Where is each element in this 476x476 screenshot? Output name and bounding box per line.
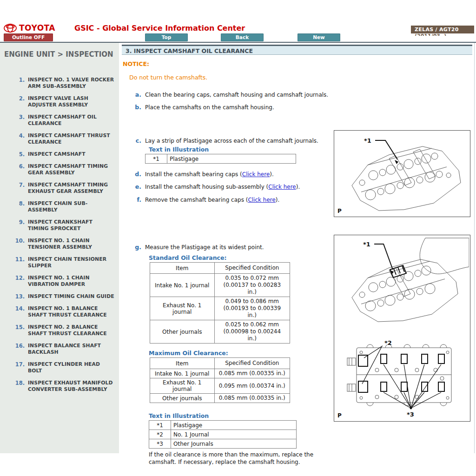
sidebar-item-17[interactable]: 17.INSPECT CYLINDER HEAD BOLT [0, 361, 119, 374]
column-header-condition: Specified Condition [214, 263, 290, 274]
sidebar-item-1[interactable]: 1.INSPECT NO. 1 VALVE ROCKER ARM SUB-ASS… [0, 77, 119, 90]
click-here-link-housing-install[interactable]: Click here [268, 184, 296, 190]
sidebar-item-16[interactable]: 16.INSPECT BALANCE SHAFT BACKLASH [0, 343, 119, 356]
toc-label: INSPECT VALVE LASH ADJUSTER ASSEMBLY [28, 95, 114, 108]
toc-number: 7. [0, 182, 28, 195]
toc-number: 1. [0, 77, 28, 90]
top-button[interactable]: Top [145, 33, 188, 41]
step-text-post: ). [296, 184, 300, 190]
illustration-legend-table-2: *1 Plastigage *2 No. 1 Journal *3 Other … [149, 420, 297, 449]
cell-item: Other journals [150, 320, 215, 344]
legend-value: No. 1 Journal [171, 430, 297, 439]
cell-item: Exhaust No. 1 journal [150, 297, 215, 320]
toc-label: INSPECT NO. 1 BALANCE SHAFT THRUST CLEAR… [28, 305, 114, 318]
engine-line-art: *1 P [334, 131, 469, 216]
new-button[interactable]: New [298, 33, 340, 41]
toc-label: INSPECT TIMING CHAIN GUIDE [28, 293, 114, 300]
callout-3-label: *3 [407, 411, 414, 418]
outline-off-button[interactable]: Outline OFF [4, 33, 53, 41]
toc-number: 9. [0, 219, 28, 232]
step-text: Install the camshaft housing sub-assembl… [145, 183, 354, 191]
toc-number: 6. [0, 163, 28, 176]
sidebar-item-12[interactable]: 12.INSPECT NO. 1 CHAIN VIBRATION DAMPER [0, 275, 119, 288]
cell-item: Other journals [150, 394, 215, 403]
toc-label: INSPECT CAMSHAFT TIMING EXHAUST GEAR ASS… [28, 182, 114, 195]
toc-label: INSPECT CAMSHAFT THRUST CLEARANCE [28, 132, 114, 145]
toc-number: 12. [0, 275, 28, 288]
section-title: 3. INSPECT CAMSHAFT OIL CLEARANCE [122, 45, 472, 55]
toc-label: INSPECT CAMSHAFT OIL CLEARANCE [28, 114, 114, 127]
legend-key: *1 [149, 421, 171, 430]
toc-sidebar: ENGINE UNIT > INSPECTION 1.INSPECT NO. 1… [0, 43, 119, 453]
toc-label: INSPECT CHAIN SUB-ASSEMBLY [28, 200, 114, 213]
step-text-pre: Remove the camshaft bearing caps ( [145, 197, 248, 203]
table-row: Exhaust No. 1 journal 0.095 mm (0.00374 … [150, 378, 290, 394]
table-row: Intake No. 1 journal 0.035 to 0.072 mm (… [150, 274, 290, 297]
toc-label: INSPECT CAMSHAFT [28, 151, 114, 158]
figure-camshaft-plastigage-lay[interactable]: *1 P [334, 130, 470, 217]
figure-p-mark: P [337, 412, 342, 419]
sidebar-item-8[interactable]: 8.INSPECT CHAIN SUB-ASSEMBLY [0, 200, 119, 213]
step-letter: a. [122, 91, 145, 99]
toc-number: 3. [0, 114, 28, 127]
sidebar-item-4[interactable]: 4.INSPECT CAMSHAFT THRUST CLEARANCE [0, 132, 119, 145]
toyota-logo: TOYOTA [4, 23, 55, 33]
sidebar-item-11[interactable]: 11.INSPECT CHAIN TENSIONER SLIPPER [0, 256, 119, 269]
legend-key: *2 [149, 430, 171, 439]
engine-line-art: *1 [334, 235, 469, 420]
toc-label: INSPECT CHAIN TENSIONER SLIPPER [28, 256, 114, 269]
table-row: Exhaust No. 1 journal 0.049 to 0.086 mm … [150, 297, 290, 320]
toc-number: 13. [0, 293, 28, 300]
cell-condition: 0.025 to 0.062 mm (0.00098 to 0.00244 in… [214, 320, 290, 344]
toc-number: 18. [0, 380, 28, 393]
step-b: b. Place the camshafts on the camshaft h… [122, 104, 472, 111]
toc-number: 10. [0, 238, 28, 251]
table-row: Other journals 0.025 to 0.062 mm (0.0009… [150, 320, 290, 344]
toc-number: 16. [0, 343, 28, 356]
sidebar-item-7[interactable]: 7.INSPECT CAMSHAFT TIMING EXHAUST GEAR A… [0, 182, 119, 195]
table-row: *3 Other Journals [149, 439, 297, 449]
figure-camshaft-plastigage-measure[interactable]: *1 [334, 235, 470, 422]
sidebar-item-3[interactable]: 3.INSPECT CAMSHAFT OIL CLEARANCE [0, 114, 119, 127]
replacement-note: If the oil clearance is more than the ma… [149, 451, 326, 466]
callout-1-label: *1 [364, 137, 371, 144]
sidebar-item-2[interactable]: 2.INSPECT VALVE LASH ADJUSTER ASSEMBLY [0, 95, 119, 108]
toc-label: INSPECT CAMSHAFT TIMING GEAR ASSEMBLY [28, 163, 114, 176]
illustration-legend-table-1: *1 Plastigage [145, 154, 296, 164]
column-header-item: Item [150, 358, 215, 369]
step-text: Install the camshaft bearing caps (Click… [145, 171, 354, 178]
callout-2-label: *2 [384, 339, 392, 346]
sidebar-item-6[interactable]: 6.INSPECT CAMSHAFT TIMING GEAR ASSEMBLY [0, 163, 119, 176]
app-title: GSIC - Global Service Information Center [74, 24, 245, 33]
back-button[interactable]: Back [221, 33, 264, 41]
click-here-link-bearing-caps-install[interactable]: Click here [242, 171, 270, 178]
step-text: Place the camshafts on the camshaft hous… [145, 104, 354, 111]
column-header-condition: Specified Condition [214, 358, 290, 369]
sidebar-item-13[interactable]: 13.INSPECT TIMING CHAIN GUIDE [0, 293, 119, 300]
step-letter: f. [122, 196, 145, 204]
legend-key: *1 [145, 154, 167, 164]
toc-number: 8. [0, 200, 28, 213]
step-text: Clean the bearing caps, camshaft housing… [145, 91, 354, 99]
sidebar-item-9[interactable]: 9.INSPECT CRANKSHAFT TIMING SPROCKET [0, 219, 119, 232]
legend-value: Plastigage [167, 154, 296, 164]
step-text: Lay a strip of Plastigage across each of… [145, 137, 354, 145]
legend-value: Other Journals [171, 439, 297, 449]
table-header-row: Item Specified Condition [150, 358, 290, 369]
sidebar-item-5[interactable]: 5.INSPECT CAMSHAFT [0, 151, 119, 158]
step-text: Measure the Plastigage at its widest poi… [145, 244, 354, 251]
cell-item: Intake No. 1 journal [150, 274, 215, 297]
cell-item: Exhaust No. 1 journal [150, 378, 215, 394]
sidebar-item-10[interactable]: 10.INSPECT NO. 1 CHAIN TENSIONER ASSEMBL… [0, 238, 119, 251]
step-a: a. Clean the bearing caps, camshaft hous… [122, 91, 472, 99]
table-row: *1 Plastigage [145, 154, 296, 164]
sidebar-item-14[interactable]: 14.INSPECT NO. 1 BALANCE SHAFT THRUST CL… [0, 305, 119, 318]
column-header-item: Item [150, 263, 215, 274]
toc-number: 4. [0, 132, 28, 145]
sidebar-item-18[interactable]: 18.INSPECT EXHAUST MANIFOLD CONVERTER SU… [0, 380, 119, 393]
table-row: Intake No. 1 journal 0.085 mm (0.00335 i… [150, 369, 290, 378]
click-here-link-bearing-caps-remove[interactable]: Click here [248, 197, 275, 203]
sidebar-item-15[interactable]: 15.INSPECT NO. 2 BALANCE SHAFT THRUST CL… [0, 324, 119, 337]
legend-key: *3 [149, 439, 171, 449]
toc-label: INSPECT CYLINDER HEAD BOLT [28, 361, 114, 374]
